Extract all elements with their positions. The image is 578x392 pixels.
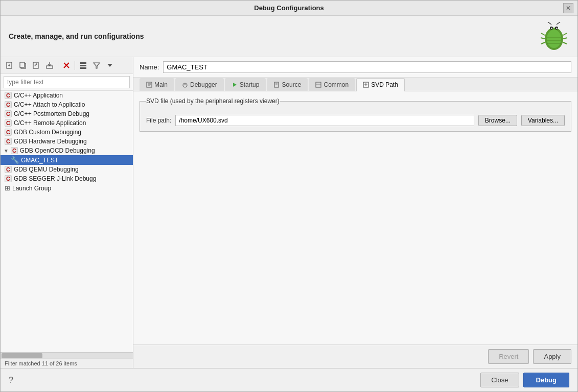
svd-path-tab-icon <box>363 82 369 88</box>
c-icon: C <box>5 175 12 182</box>
tab-content: SVD file (used by the peripheral registe… <box>133 91 577 345</box>
startup-tab-icon <box>232 82 238 88</box>
new-config-button[interactable] <box>4 59 16 71</box>
svg-point-40 <box>186 84 187 85</box>
svg-point-1 <box>547 30 561 48</box>
tree-item-gdb-openocd[interactable]: ▼ C GDB OpenOCD Debugging <box>1 146 133 155</box>
svg-point-6 <box>556 28 557 29</box>
tree-container[interactable]: C C/C++ Application C C/C++ Attach to Ap… <box>1 91 133 352</box>
main-content: C C/C++ Application C C/C++ Attach to Ap… <box>1 57 577 368</box>
svg-line-8 <box>557 22 560 24</box>
svg-line-14 <box>563 42 567 44</box>
bug-icon <box>539 21 569 52</box>
dialog-title: Debug Configurations <box>15 4 563 12</box>
tab-main[interactable]: Main <box>140 78 174 91</box>
import-config-button[interactable] <box>43 59 56 71</box>
help-icon[interactable]: ? <box>9 376 13 385</box>
tabs-row: Main Debugger Startup Source Common <box>133 78 577 91</box>
filter-input[interactable] <box>4 76 130 88</box>
tree-item-gdb-qemu[interactable]: C GDB QEMU Debugging <box>1 165 133 174</box>
tree-item-label: C/C++ Postmortem Debugg <box>14 110 89 117</box>
filter-config-button[interactable] <box>90 59 103 71</box>
view-menu-button[interactable] <box>104 59 116 71</box>
footer: ? Close Debug <box>1 368 577 391</box>
file-path-label: File path: <box>146 117 171 124</box>
c-icon: C <box>5 138 12 145</box>
tree-item-label: GDB OpenOCD Debugging <box>20 147 95 154</box>
tab-main-label: Main <box>154 81 168 88</box>
bottom-actions: Revert Apply <box>133 345 577 368</box>
tab-debugger-label: Debugger <box>190 81 217 88</box>
tab-startup[interactable]: Startup <box>225 78 266 91</box>
apply-button[interactable]: Apply <box>533 349 571 364</box>
svg-line-9 <box>541 33 545 35</box>
svg-point-39 <box>184 84 185 85</box>
svg-rect-31 <box>80 67 86 69</box>
tab-source-label: Source <box>282 81 301 88</box>
tree-item-label: Launch Group <box>12 185 51 192</box>
browse-button[interactable]: Browse... <box>478 115 517 126</box>
tree-item-cpp-remote[interactable]: C C/C++ Remote Application <box>1 118 133 128</box>
header-area: Create, manage, and run configurations <box>1 16 577 57</box>
revert-button[interactable]: Revert <box>488 349 529 364</box>
tree-item-gdb-hardware[interactable]: C GDB Hardware Debugging <box>1 137 133 146</box>
tab-svd-path-label: SVD Path <box>371 81 398 88</box>
tree-item-label: C/C++ Attach to Applicatio <box>14 101 85 108</box>
debug-button[interactable]: Debug <box>523 373 569 387</box>
name-input[interactable] <box>163 61 571 73</box>
source-tab-icon <box>273 82 280 88</box>
tree-item-launch-group[interactable]: ⊞ Launch Group <box>1 183 133 193</box>
svg-line-11 <box>541 42 545 44</box>
c-icon: C <box>5 92 12 99</box>
svg-point-38 <box>183 83 187 87</box>
tab-startup-label: Startup <box>240 81 260 88</box>
common-tab-icon <box>315 82 321 88</box>
name-label: Name: <box>140 63 159 71</box>
tree-item-gdb-custom[interactable]: C GDB Custom Debugging <box>1 128 133 137</box>
svg-rect-22 <box>20 62 25 67</box>
header-subtitle: Create, manage, and run configurations <box>9 32 144 40</box>
debug-configurations-dialog: Debug Configurations ✕ Create, manage, a… <box>0 0 578 392</box>
close-icon[interactable]: ✕ <box>563 3 573 13</box>
tree-item-label: GDB QEMU Debugging <box>14 166 79 173</box>
delete-config-button[interactable] <box>60 59 73 71</box>
tree-item-gmac-test[interactable]: 🔧 GMAC_TEST <box>1 155 133 165</box>
name-row: Name: <box>133 57 577 78</box>
tree-item-label: GMAC_TEST <box>21 157 58 164</box>
title-bar: Debug Configurations ✕ <box>1 1 577 16</box>
variables-button[interactable]: Variables... <box>521 115 565 126</box>
scrollbar-thumb[interactable] <box>2 353 42 358</box>
svg-rect-29 <box>80 62 86 64</box>
close-button[interactable]: Close <box>480 373 519 387</box>
tree-item-gdb-segger[interactable]: C GDB SEGGER J-Link Debugg <box>1 174 133 183</box>
c-icon: C <box>5 119 12 127</box>
export-config-button[interactable] <box>30 59 42 71</box>
launch-group-icon: ⊞ <box>5 184 10 192</box>
duplicate-config-button[interactable] <box>17 59 29 71</box>
collapse-all-button[interactable] <box>77 59 89 71</box>
left-panel: C C/C++ Application C C/C++ Attach to Ap… <box>1 57 133 368</box>
tab-common[interactable]: Common <box>309 78 355 91</box>
right-panel: Name: Main Debugger Startup <box>133 57 577 368</box>
svg-line-7 <box>548 22 551 24</box>
tree-item-cpp-app[interactable]: C C/C++ Application <box>1 91 133 100</box>
tree-item-cpp-postmortem[interactable]: C C/C++ Postmortem Debugg <box>1 109 133 118</box>
tab-svd-path[interactable]: SVD Path <box>356 78 405 91</box>
file-path-input[interactable] <box>175 115 474 126</box>
toolbar <box>1 57 133 74</box>
tab-common-label: Common <box>323 81 349 88</box>
svg-line-12 <box>563 33 567 35</box>
tree-item-label: C/C++ Remote Application <box>14 119 86 127</box>
tab-debugger[interactable]: Debugger <box>175 78 224 91</box>
tree-item-label: C/C++ Application <box>14 92 63 99</box>
c-icon: C <box>5 110 12 117</box>
tree-item-label: GDB SEGGER J-Link Debugg <box>14 175 96 182</box>
tab-source[interactable]: Source <box>267 78 308 91</box>
c-icon: C <box>11 147 18 154</box>
filter-status: Filter matched 11 of 26 items <box>1 358 133 368</box>
svg-line-13 <box>563 38 567 39</box>
svg-marker-32 <box>94 63 100 68</box>
tree-item-cpp-attach[interactable]: C C/C++ Attach to Applicatio <box>1 100 133 109</box>
svd-file-group: SVD file (used by the peripheral registe… <box>140 97 571 132</box>
horizontal-scrollbar[interactable] <box>1 352 133 358</box>
